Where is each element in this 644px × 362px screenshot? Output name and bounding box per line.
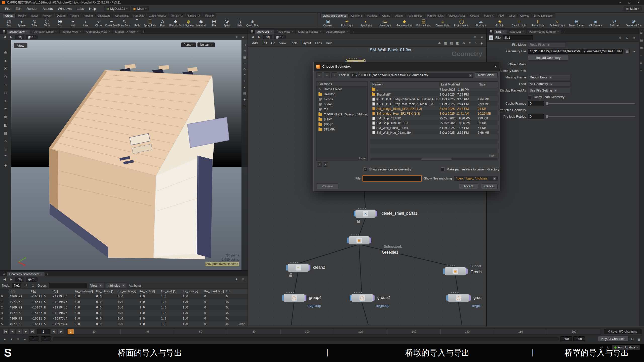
- pane-tab[interactable]: Render View×: [60, 30, 84, 34]
- shelf-tool[interactable]: ▦ Stereo Camera: [569, 18, 584, 28]
- prev-key-button[interactable]: ◀|: [51, 329, 57, 334]
- minimize-button[interactable]: –: [617, 1, 624, 4]
- nav-forward-icon[interactable]: ▶: [324, 72, 330, 78]
- shelf-tool[interactable]: ◉ Metaball: [195, 18, 207, 28]
- viewport-tool-icon[interactable]: ▦: [3, 130, 8, 135]
- shelf-tab[interactable]: Guide Process: [147, 13, 169, 18]
- node-group4[interactable]: ◯: [284, 294, 305, 302]
- column-header[interactable]: fbx_scale[2]: [182, 289, 203, 294]
- location-item[interactable]: C:/PROJECTS/Wingfox01/Houd: [316, 112, 368, 117]
- shelf-tool[interactable]: § Helix: [233, 18, 246, 28]
- playbar-option-icon[interactable]: ▾: [9, 336, 14, 341]
- shelf-tab[interactable]: Viscous Fluids: [446, 13, 468, 18]
- node-label[interactable]: delete_small_parts1: [381, 211, 417, 216]
- network-menu-item[interactable]: Add: [250, 41, 260, 45]
- path-chip-geo1[interactable]: geo1: [274, 35, 286, 39]
- viewport-tool-icon[interactable]: ◧: [3, 122, 8, 127]
- pane-menu-icon[interactable]: ⊞: [488, 29, 493, 34]
- pane-tab[interactable]: Performance Monitor×: [527, 30, 561, 34]
- path-combo[interactable]: C:/PROJECTS/Wingfox01/GreatWall/SourceAr…: [350, 73, 473, 78]
- sidebar-strip-icon[interactable]: ⌂: [640, 69, 643, 72]
- path-chip-obj[interactable]: obj: [15, 35, 24, 39]
- transport-button[interactable]: ◀: [9, 329, 15, 334]
- forward-icon[interactable]: ▶: [257, 34, 262, 39]
- main-selector[interactable]: ▦ Main▾: [624, 6, 641, 11]
- preload-retries-slider[interactable]: [546, 116, 635, 117]
- menu-item[interactable]: Help: [87, 6, 99, 11]
- current-frame-field[interactable]: 1: [37, 329, 50, 334]
- global-end-field[interactable]: 200: [573, 336, 585, 341]
- display-option-icon[interactable]: ▲: [242, 84, 248, 90]
- back-icon[interactable]: ◀: [2, 34, 7, 39]
- shelf-tab[interactable]: Wires: [506, 13, 518, 18]
- file-row[interactable]: .. 7 Nov 2025 1:10 PM: [370, 87, 498, 92]
- display-option-icon[interactable]: □: [242, 48, 248, 54]
- table-row[interactable]: 2 4869.72 -15107.8 -12194.6 0.0 0.0 0.0 …: [0, 305, 248, 310]
- node-label[interactable]: Greeble1: [382, 250, 398, 255]
- transport-button[interactable]: |◀: [3, 329, 9, 334]
- current-frame-marker[interactable]: 1: [68, 329, 74, 334]
- node-greeble2[interactable]: ▣: [445, 267, 466, 276]
- bypass-flag[interactable]: [350, 295, 351, 301]
- interrupt-icon[interactable]: ↻: [606, 345, 611, 350]
- scrollbar-thumb[interactable]: [421, 158, 452, 160]
- shelf-tab[interactable]: Create: [3, 13, 16, 18]
- shelf-tool[interactable]: ψ L-System: [182, 18, 194, 28]
- shelf-tab[interactable]: Particle Fluids: [425, 13, 446, 18]
- shelf-tool[interactable]: ◉ Gamepad Camera: [626, 18, 641, 28]
- file-row[interactable]: KB3D_BTL_BldgLgShipPort_A_BuildingA.FB 3…: [370, 97, 498, 102]
- path-chip-obj[interactable]: obj: [263, 35, 272, 39]
- location-item[interactable]: $JOB/: [316, 122, 368, 127]
- menu-item[interactable]: File: [3, 6, 13, 11]
- bypass-flag[interactable]: [347, 238, 349, 243]
- shelf-tool[interactable]: ◯ Torus: [41, 18, 53, 28]
- transport-button[interactable]: ■: [16, 329, 22, 334]
- add-location-button[interactable]: +: [317, 162, 322, 167]
- add-tab-button[interactable]: +: [351, 30, 356, 34]
- file-row[interactable]: KB3D_BTL_PropTrainTrack_A_Main.FBX 3 Oct…: [370, 102, 498, 106]
- shelf-tool[interactable]: ▤ File: [208, 18, 220, 28]
- pane-menu-icon[interactable]: ⊞: [2, 29, 7, 34]
- bypass-flag[interactable]: [446, 295, 448, 301]
- spreadsheet-body[interactable]: 0 4869.72 -16311.5 -12194.6 0.0 0.0 0.0 …: [0, 294, 248, 326]
- display-flag[interactable]: [466, 268, 468, 274]
- display-option-icon[interactable]: ○: [242, 60, 248, 66]
- pane-tab[interactable]: /obj/geo1×: [255, 30, 274, 34]
- add-tab-button[interactable]: +: [141, 30, 146, 34]
- add-tab-button[interactable]: +: [561, 30, 567, 34]
- pane-tab[interactable]: Composite View×: [84, 30, 112, 34]
- column-header[interactable]: fbx_rotation[0]: [73, 289, 95, 294]
- menu-item[interactable]: Windows: [55, 6, 74, 11]
- display-option-icon[interactable]: ▦: [242, 54, 248, 60]
- sidebar-strip-icon[interactable]: ▦: [640, 46, 643, 50]
- location-item[interactable]: hicon:/: [316, 97, 368, 102]
- shelf-tool[interactable]: ▣ VR Camera: [588, 18, 603, 28]
- column-header[interactable]: P[z]: [52, 289, 73, 294]
- file-row[interactable]: SM_Wall_Block_01.fbx 5 Oct 2025 1:36 PM …: [370, 125, 498, 130]
- location-item[interactable]: Desktop: [316, 92, 368, 97]
- pane-tab[interactable]: Animation Editor×: [30, 30, 59, 34]
- close-button[interactable]: ×: [635, 1, 642, 4]
- node-name-field[interactable]: file1: [503, 35, 533, 40]
- pane-tab[interactable]: Take List×: [507, 30, 526, 34]
- transport-button[interactable]: ▶: [23, 329, 29, 334]
- file-row[interactable]: SM_Ship_01.FBX 25 Oct 2025 9:30 PM 239 K…: [370, 116, 498, 121]
- shelf-tool[interactable]: ◆ Geometry Light: [396, 18, 412, 28]
- network-toolbar-icon[interactable]: ▦: [443, 41, 448, 46]
- network-menu-item[interactable]: Layout: [300, 41, 313, 45]
- range-slider[interactable]: [53, 337, 559, 340]
- back-icon[interactable]: ◀: [2, 277, 7, 282]
- playbar-option-icon[interactable]: ○: [16, 336, 21, 341]
- filter-icon[interactable]: ⊙: [30, 283, 35, 288]
- node-group2[interactable]: ◯: [351, 294, 373, 302]
- range-end-field[interactable]: 200: [560, 336, 572, 341]
- shelf-tool[interactable]: ✎ Draw Curve: [118, 18, 130, 28]
- node-label-file[interactable]: SM_Wall_Block_01.fbx: [370, 48, 411, 52]
- network-menu-item[interactable]: View: [277, 41, 288, 45]
- column-header[interactable]: fbx: [225, 289, 247, 294]
- pane-tab[interactable]: Geometry Spreadsheet×: [7, 272, 45, 276]
- viewport-tool-icon[interactable]: ∴: [3, 139, 8, 144]
- recook-icon[interactable]: ↺: [599, 345, 604, 350]
- menu-item[interactable]: Labs: [74, 6, 87, 11]
- cancel-button[interactable]: Cancel: [481, 184, 498, 189]
